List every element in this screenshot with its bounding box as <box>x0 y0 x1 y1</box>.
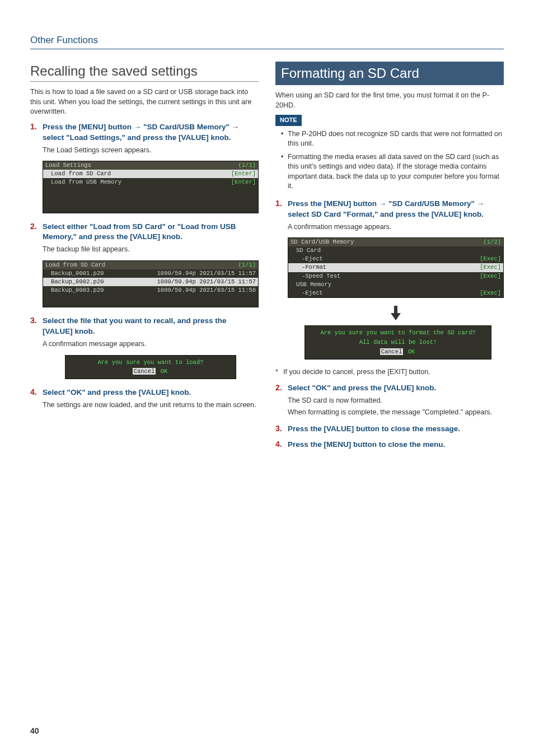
left-heading: Recalling the saved settings <box>30 62 259 82</box>
term-page: (1/1) <box>238 262 256 269</box>
right-step2-body2: When formatting is complete, the message… <box>288 408 504 418</box>
confirm-format-dialog: Are you sure you want to format the SD c… <box>305 325 491 359</box>
step-num: 4. <box>275 439 288 450</box>
step-text: Select "OK" and press the [VALUE] knob. <box>288 383 436 394</box>
step-num: 1. <box>275 198 288 209</box>
term-row: -Speed Test [Exec] <box>288 272 503 281</box>
step-num: 1. <box>30 122 43 133</box>
dialog-message: All data will be lost! <box>307 338 489 347</box>
term-row: -Eject [Exec] <box>288 289 503 297</box>
right-step1: 1. Press the [MENU] button → "SD Card/US… <box>275 198 504 220</box>
note-badge: NOTE <box>275 115 302 125</box>
step-text: Select either "Load from SD Card" or "Lo… <box>43 222 259 243</box>
cancel-button: Cancel <box>380 348 404 355</box>
right-step1-body: A confirmation message appears. <box>288 222 504 232</box>
term-row: Load from SD Card [Enter] <box>43 170 258 178</box>
dialog-message: Are you sure you want to load? <box>68 358 233 367</box>
term-row: Backup_0002.p20 1080/59.94p 2021/03/15 1… <box>43 278 258 286</box>
footnote: * If you decide to cancel, press the [EX… <box>275 367 504 377</box>
note-item: Formatting the media erases all data sav… <box>281 152 504 192</box>
step-num: 2. <box>30 221 43 232</box>
step-num: 3. <box>30 315 43 326</box>
term-page: (1/1) <box>238 162 256 169</box>
step-num: 2. <box>275 382 288 394</box>
page-number: 40 <box>30 726 39 737</box>
load-settings-screen: Load Settings (1/1) Load from SD Card [E… <box>43 161 259 213</box>
left-column: Recalling the saved settings This is how… <box>30 62 259 452</box>
term-row: Load from USB Memory [Enter] <box>43 178 258 186</box>
arrow-down-icon <box>288 306 504 324</box>
left-step3-body: A confirmation message appears. <box>43 339 259 349</box>
left-step1-body: The Load Settings screen appears. <box>43 146 259 156</box>
backup-list-screen: Load from SD Card (1/1) Backup_0001.p20 … <box>43 260 259 308</box>
note-item: The P-20HD does not recognize SD cards t… <box>281 129 504 149</box>
step-text: Select "OK" and press the [VALUE] knob. <box>43 388 191 398</box>
ok-button: OK <box>160 368 169 375</box>
step-text: Press the [VALUE] button to close the me… <box>288 424 460 435</box>
dialog-message: Are you sure you want to format the SD c… <box>307 329 489 337</box>
left-step4-body: The settings are now loaded, and the uni… <box>43 400 259 410</box>
note-list: The P-20HD does not recognize SD cards t… <box>281 129 504 192</box>
sd-usb-menu-screen: SD Card/USB Memory (1/2) SD Card -Eject … <box>288 237 504 298</box>
term-row: Backup_0001.p20 1080/59.94p 2021/03/15 1… <box>43 269 258 278</box>
right-step3: 3. Press the [VALUE] button to close the… <box>275 423 504 435</box>
term-group: SD Card <box>288 246 503 255</box>
step-text: Press the [MENU] button to close the men… <box>288 440 445 450</box>
footnote-text: If you decide to cancel, press the [EXIT… <box>283 367 430 377</box>
right-intro: When using an SD card for the first time… <box>275 91 504 110</box>
term-title: Load from SD Card <box>45 262 105 269</box>
term-group: USB Memory <box>288 281 503 289</box>
term-row: -Eject [Exec] <box>288 255 503 263</box>
term-row: Backup_0003.p20 1080/59.94p 2021/03/15 1… <box>43 286 258 295</box>
left-step4: 4. Select "OK" and press the [VALUE] kno… <box>30 387 259 398</box>
step-num: 4. <box>30 387 43 398</box>
cancel-button: Cancel <box>133 368 156 375</box>
confirm-load-dialog: Are you sure you want to load? Cancel OK <box>65 355 236 379</box>
right-step2: 2. Select "OK" and press the [VALUE] kno… <box>275 382 504 394</box>
step-text: Press the [MENU] button → "SD Card/USB M… <box>288 199 504 220</box>
term-title: Load Settings <box>45 162 91 169</box>
step-num: 3. <box>275 423 288 435</box>
term-page: (1/2) <box>483 239 501 246</box>
right-heading: Formatting an SD Card <box>275 62 504 86</box>
term-title: SD Card/USB Memory <box>291 239 354 246</box>
footnote-mark: * <box>275 367 283 377</box>
step-text: Select the file that you want to recall,… <box>43 316 259 337</box>
left-step1: 1. Press the [MENU] button → "SD Card/US… <box>30 122 259 143</box>
left-step2: 2. Select either "Load from SD Card" or … <box>30 221 259 243</box>
right-column: Formatting an SD Card When using an SD c… <box>275 62 504 452</box>
right-step4: 4. Press the [MENU] button to close the … <box>275 439 504 450</box>
ok-button: OK <box>407 348 416 355</box>
step-text: Press the [MENU] button → "SD Card/USB M… <box>43 122 259 143</box>
section-title: Other Functions <box>30 34 504 49</box>
left-intro: This is how to load a file saved on a SD… <box>30 87 259 117</box>
left-step2-body: The backup file list appears. <box>43 245 259 255</box>
left-step3: 3. Select the file that you want to reca… <box>30 315 259 337</box>
right-step2-body1: The SD card is now formatted. <box>288 396 504 406</box>
term-row: -Format [Exec] <box>288 263 503 272</box>
